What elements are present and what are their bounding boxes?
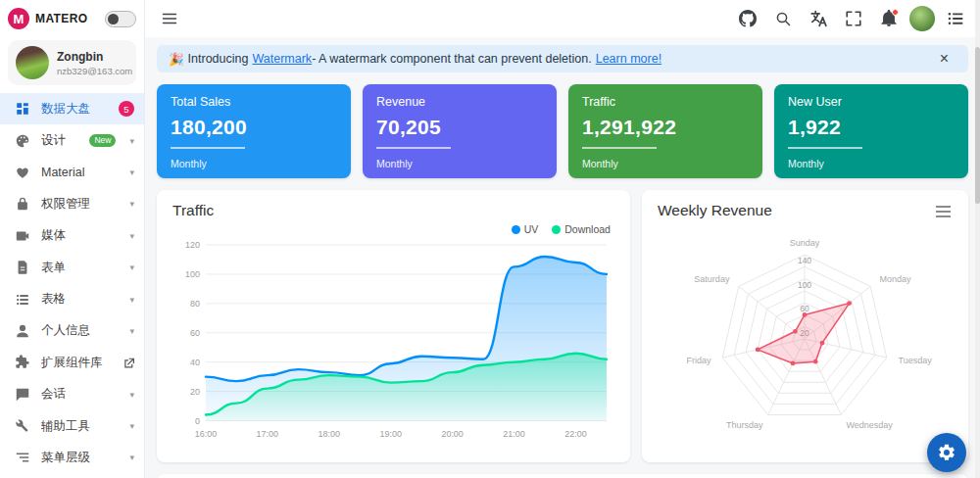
stat-title: Traffic <box>582 95 749 109</box>
stat-divider <box>788 147 862 149</box>
sidebar-item-sessions[interactable]: 会话 ▾ <box>0 379 144 410</box>
sidebar-item-utilities[interactable]: 辅助工具 ▾ <box>0 410 144 442</box>
legend-item-uv[interactable]: UV <box>512 223 539 235</box>
github-icon[interactable] <box>733 4 762 33</box>
sidebar-item-label: 数据大盘 <box>41 101 90 118</box>
main-area: 🎉 Introducing Watermark - A watermark co… <box>145 0 980 478</box>
sidebar: M MATERO Zongbin nzb329@163.com 数据大盘 5 设… <box>0 0 145 478</box>
sidebar-item-label: 个人信息 <box>41 322 90 339</box>
banner-text: Introducing <box>188 52 249 66</box>
translate-icon[interactable] <box>804 4 833 33</box>
stat-title: New User <box>788 95 955 109</box>
close-icon[interactable]: × <box>936 49 953 69</box>
sidebar-item-permissions[interactable]: 权限管理 ▾ <box>0 188 144 219</box>
chevron-down-icon: ▾ <box>129 390 134 400</box>
legend-dot-uv <box>512 225 520 234</box>
legend-dot-download <box>552 225 561 234</box>
header-avatar[interactable] <box>909 6 935 31</box>
chevron-down-icon: ▾ <box>129 199 134 209</box>
charts-row: Traffic UV Download 02040608010012016:00… <box>157 190 968 462</box>
person-icon <box>14 322 31 340</box>
traffic-chart-card: Traffic UV Download 02040608010012016:00… <box>157 190 630 462</box>
sidebar-item-forms[interactable]: 表单 ▾ <box>0 252 144 283</box>
svg-text:60: 60 <box>801 304 810 313</box>
table-icon <box>14 291 31 309</box>
svg-text:22:00: 22:00 <box>564 429 586 439</box>
svg-text:Wednesday: Wednesday <box>847 420 894 430</box>
svg-text:Thursday: Thursday <box>726 420 763 430</box>
sidebar-item-extensions[interactable]: 扩展组件库 <box>0 347 144 378</box>
weekly-revenue-title: Weekly Revenue <box>658 202 772 219</box>
sidebar-item-label: 菜单层级 <box>41 450 90 466</box>
page-content: 🎉 Introducing Watermark - A watermark co… <box>145 37 980 478</box>
sidebar-item-design[interactable]: 设计 New ▾ <box>0 124 144 156</box>
svg-text:Saturday: Saturday <box>695 274 731 284</box>
stat-card-total-sales: Total Sales 180,200 Monthly <box>157 84 351 178</box>
chevron-down-icon: ▾ <box>129 326 134 336</box>
list-icon[interactable] <box>941 4 970 33</box>
notifications-bell-icon[interactable] <box>874 4 904 33</box>
chevron-down-icon: ▾ <box>129 263 134 272</box>
count-badge: 5 <box>119 101 134 117</box>
sidebar-item-label: 媒体 <box>41 227 66 244</box>
settings-fab-button[interactable] <box>927 433 966 472</box>
legend-item-download[interactable]: Download <box>552 223 611 235</box>
svg-text:40: 40 <box>190 358 200 367</box>
chevron-down-icon: ▾ <box>129 453 134 462</box>
app-title: MATERO <box>35 12 99 25</box>
dashboard-icon <box>14 100 31 118</box>
stat-value: 70,205 <box>376 116 543 139</box>
watermark-link[interactable]: Watermark <box>252 52 312 66</box>
sidebar-item-label: 扩展组件库 <box>41 355 103 371</box>
learn-more-link[interactable]: Learn more! <box>596 52 662 66</box>
stat-period: Monthly <box>171 158 337 169</box>
media-icon <box>14 227 31 245</box>
stat-title: Revenue <box>376 95 543 109</box>
theme-toggle[interactable] <box>105 11 136 27</box>
sidebar-item-profile[interactable]: 个人信息 ▾ <box>0 315 144 347</box>
chart-menu-icon[interactable] <box>934 202 953 221</box>
new-badge: New <box>89 134 116 147</box>
sidebar-item-dashboard[interactable]: 数据大盘 5 <box>0 93 144 124</box>
sidebar-item-label: 会话 <box>41 386 66 403</box>
fullscreen-icon[interactable] <box>839 4 868 33</box>
chat-icon <box>14 386 31 404</box>
scrollbar-thumb[interactable] <box>975 47 980 204</box>
sidebar-item-material[interactable]: Material ▾ <box>0 157 144 188</box>
stat-title: Total Sales <box>171 95 337 109</box>
sidebar-item-label: 设计 <box>41 132 66 149</box>
hamburger-menu-icon[interactable] <box>155 4 184 33</box>
stat-value: 1,922 <box>788 116 955 139</box>
sidebar-item-label: 表格 <box>41 291 66 308</box>
sidebar-item-label: 权限管理 <box>41 196 90 213</box>
svg-text:19:00: 19:00 <box>379 429 401 439</box>
banner-description: - A watermark component that can prevent… <box>312 52 592 66</box>
form-icon <box>14 259 31 276</box>
user-profile[interactable]: Zongbin nzb329@163.com <box>8 40 136 85</box>
stat-value: 180,200 <box>171 116 337 139</box>
stat-divider <box>171 147 245 149</box>
extension-icon <box>14 354 31 371</box>
sidebar-nav: 数据大盘 5 设计 New ▾ Material ▾ 权限管理 ▾ <box>0 93 144 478</box>
legend-label: Download <box>564 223 611 235</box>
sidebar-item-menu-levels[interactable]: 菜单层级 ▾ <box>0 442 144 473</box>
svg-text:20:00: 20:00 <box>441 429 463 439</box>
announcement-banner: 🎉 Introducing Watermark - A watermark co… <box>157 45 968 72</box>
sidebar-item-tables[interactable]: 表格 ▾ <box>0 283 144 314</box>
traffic-chart-title: Traffic <box>172 202 214 219</box>
stat-divider <box>582 147 657 149</box>
sidebar-item-label: 表单 <box>41 260 66 276</box>
open-in-new-icon <box>122 357 134 369</box>
svg-text:17:00: 17:00 <box>257 429 278 439</box>
party-emoji: 🎉 <box>169 52 184 67</box>
search-icon[interactable] <box>768 4 798 33</box>
tools-icon <box>14 417 31 435</box>
stat-value: 1,291,922 <box>582 116 749 139</box>
legend-label: UV <box>524 223 539 235</box>
svg-text:100: 100 <box>798 280 811 290</box>
weekly-revenue-radar-chart: 2060100140SundayMondayTuesdayWednesdayTh… <box>658 223 953 454</box>
stats-row: Total Sales 180,200 Monthly Revenue 70,2… <box>157 84 968 178</box>
heart-icon <box>14 164 31 181</box>
sidebar-item-media[interactable]: 媒体 ▾ <box>0 220 144 252</box>
weekly-revenue-card: Weekly Revenue 2060100140SundayMondayTue… <box>642 190 968 462</box>
